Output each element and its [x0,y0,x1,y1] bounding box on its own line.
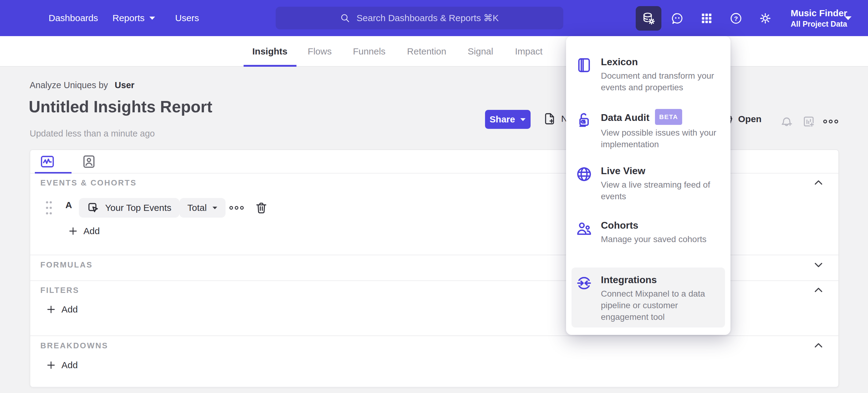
menu-item-cohorts[interactable]: Cohorts Manage your saved cohorts [575,219,721,245]
chevron-up-icon [813,285,824,296]
chat-bubble-icon [670,11,684,25]
share-button[interactable]: Share [485,110,531,129]
data-audit-lock-icon [575,111,593,129]
section-label-events: EVENTS & COHORTS [40,178,136,188]
tab-flows[interactable]: Flows [308,46,332,57]
menu-item-description: View a live streaming feed of events [601,179,726,202]
chevron-down-icon [813,259,824,270]
project-scope: All Project Data [791,20,847,28]
mixpanel-app: Dashboards Reports Users [0,0,868,393]
svg-text:?: ? [734,15,738,22]
plus-icon [68,226,78,236]
feedback-button[interactable] [664,6,690,31]
menu-item-description: Document and transform your events and p… [601,70,726,93]
data-management-button[interactable] [636,6,661,31]
chevron-up-icon [813,177,824,188]
help-icon: ? [729,11,743,25]
menu-item-title: Lexicon [601,55,638,68]
plus-icon [46,360,56,370]
report-tabbar: Insights Flows Funnels Retention Signal … [0,36,868,67]
plus-icon [46,305,56,314]
delete-event-icon[interactable] [255,201,268,215]
event-name: Your Top Events [105,203,172,213]
add-event-button[interactable]: Add [68,226,100,236]
help-button[interactable]: ? [723,6,749,31]
menu-item-title: Live View [601,164,645,177]
event-click-icon [87,201,100,214]
section-label-breakdowns: BREAKDOWNS [40,341,108,350]
collapse-breakdowns-button[interactable] [813,340,824,352]
alert-bell-plus-icon[interactable] [780,114,794,129]
chevron-up-icon [813,340,824,351]
analyze-label: Analyze Uniques by [30,80,108,90]
project-selector[interactable]: Music Finder All Project Data [791,0,847,36]
add-breakdown-button[interactable]: Add [46,360,78,370]
menu-item-title: Cohorts [601,219,639,232]
chevron-down-icon [520,117,526,121]
collapse-events-button[interactable] [813,177,824,189]
apps-grid-icon [700,11,713,25]
lexicon-book-icon [575,56,593,74]
chevron-down-icon [212,206,218,210]
menu-item-title: Data Audit [601,111,649,124]
section-label-formulas: FORMULAS [40,260,93,270]
beta-badge: BETA [655,109,682,125]
menu-item-data-audit[interactable]: Data Audit BETA View possible issues wit… [575,110,721,150]
database-gear-icon [641,11,656,26]
updated-status: Updated less than a minute ago [30,129,155,139]
apps-grid-button[interactable] [694,6,719,31]
view-tab-metrics[interactable] [39,153,56,170]
event-row-options-icon[interactable] [229,204,244,212]
profile-card-icon [81,153,97,170]
data-management-menu: Lexicon Document and transform your even… [566,36,731,335]
nav-dashboards[interactable]: Dashboards [49,0,98,36]
tab-impact[interactable]: Impact [515,46,542,57]
integrations-sync-icon [575,274,593,292]
view-tab-profiles[interactable] [81,153,97,170]
menu-item-title: Integrations [601,273,657,286]
global-search[interactable] [276,7,563,29]
tab-signal[interactable]: Signal [468,46,493,57]
event-row-letter: A [65,200,72,210]
gear-icon [758,11,772,25]
settings-button[interactable] [752,6,778,31]
menu-item-description: Connect Mixpanel to a data pipeline or c… [601,288,726,323]
live-view-globe-icon [575,165,593,183]
nav-reports[interactable]: Reports [113,0,156,36]
top-nav: Dashboards Reports Users [0,0,868,36]
menu-item-description: View possible issues with your implement… [601,127,726,150]
nav-users[interactable]: Users [175,0,199,36]
active-view-indicator [35,172,71,173]
section-divider [30,335,838,336]
menu-item-live-view[interactable]: Live View View a live streaming feed of … [575,164,721,202]
add-to-board-icon[interactable] [802,114,816,129]
project-caret-icon[interactable] [844,15,852,21]
insights-chart-icon [39,153,56,170]
add-filter-button[interactable]: Add [46,304,78,315]
menu-item-lexicon[interactable]: Lexicon Document and transform your even… [575,55,721,93]
more-actions-icon[interactable] [823,117,839,125]
analyze-control: Analyze Uniques by User [30,80,134,90]
search-input[interactable] [356,12,500,24]
file-plus-icon [543,112,556,125]
section-label-filters: FILTERS [40,286,79,295]
collapse-filters-button[interactable] [813,284,824,296]
report-title[interactable]: Untitled Insights Report [29,97,212,116]
metric-selector[interactable]: Total [179,198,225,218]
expand-formulas-button[interactable] [813,259,824,271]
menu-item-integrations[interactable]: Integrations Connect Mixpanel to a data … [575,273,721,323]
tab-funnels[interactable]: Funnels [353,46,386,57]
tab-retention[interactable]: Retention [407,46,446,57]
event-selector[interactable]: Your Top Events [79,198,179,218]
drag-handle-icon[interactable] [44,200,54,216]
menu-item-description: Manage your saved cohorts [601,233,726,245]
metric-name: Total [187,203,207,213]
cohorts-people-icon [575,220,593,237]
analyze-value-dropdown[interactable]: User [115,80,134,90]
chevron-down-icon [149,16,156,20]
tab-insights[interactable]: Insights [252,46,287,57]
active-tab-indicator [244,65,297,67]
search-icon [340,12,350,24]
project-name: Music Finder [791,8,847,18]
